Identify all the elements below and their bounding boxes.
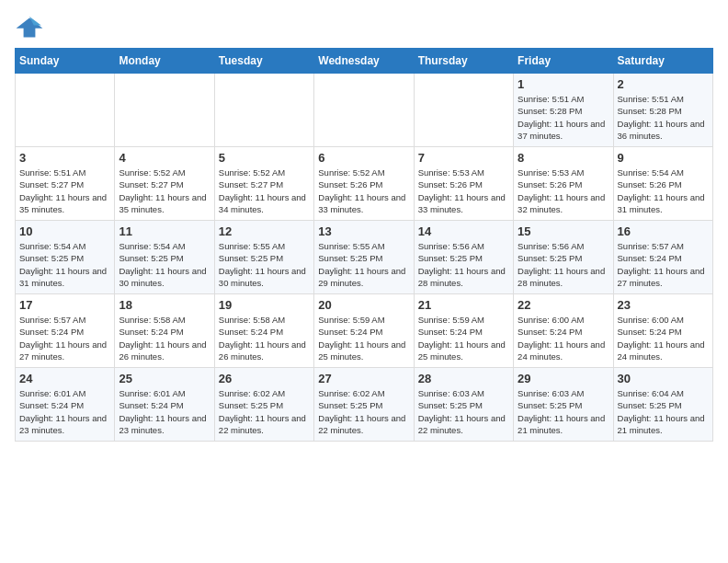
day-number: 11	[119, 224, 210, 238]
day-info: Sunrise: 5:57 AM Sunset: 5:24 PM Dayligh…	[618, 240, 709, 289]
header-monday: Monday	[115, 49, 214, 74]
day-info: Sunrise: 5:58 AM Sunset: 5:24 PM Dayligh…	[219, 314, 310, 362]
day-info: Sunrise: 5:55 AM Sunset: 5:25 PM Dayligh…	[219, 240, 310, 289]
day-number: 1	[518, 77, 609, 91]
day-number: 25	[119, 372, 210, 385]
day-number: 30	[618, 372, 709, 385]
calendar-cell: 13Sunrise: 5:55 AM Sunset: 5:25 PM Dayli…	[314, 221, 414, 294]
calendar-cell: 29Sunrise: 6:03 AM Sunset: 5:25 PM Dayli…	[514, 368, 613, 442]
day-number: 26	[219, 372, 310, 385]
svg-marker-0	[17, 18, 43, 38]
day-number: 24	[19, 372, 110, 385]
day-info: Sunrise: 5:59 AM Sunset: 5:24 PM Dayligh…	[318, 314, 409, 362]
calendar-week-row: 24Sunrise: 6:01 AM Sunset: 5:24 PM Dayli…	[16, 368, 713, 442]
day-number: 9	[618, 151, 709, 165]
day-info: Sunrise: 5:56 AM Sunset: 5:25 PM Dayligh…	[418, 240, 509, 289]
day-info: Sunrise: 5:57 AM Sunset: 5:24 PM Dayligh…	[19, 314, 110, 362]
day-number: 18	[119, 298, 210, 312]
calendar-cell: 7Sunrise: 5:53 AM Sunset: 5:26 PM Daylig…	[414, 147, 513, 221]
day-number: 12	[219, 224, 310, 238]
calendar-cell: 24Sunrise: 6:01 AM Sunset: 5:24 PM Dayli…	[16, 368, 115, 442]
calendar-cell: 27Sunrise: 6:02 AM Sunset: 5:25 PM Dayli…	[314, 368, 414, 442]
calendar-cell: 16Sunrise: 5:57 AM Sunset: 5:24 PM Dayli…	[613, 221, 712, 294]
day-number: 6	[318, 151, 409, 165]
calendar-cell: 21Sunrise: 5:59 AM Sunset: 5:24 PM Dayli…	[414, 294, 513, 368]
calendar-cell: 5Sunrise: 5:52 AM Sunset: 5:27 PM Daylig…	[214, 147, 313, 221]
day-number: 20	[318, 298, 409, 312]
calendar-cell: 28Sunrise: 6:03 AM Sunset: 5:25 PM Dayli…	[414, 368, 513, 442]
calendar-cell: 6Sunrise: 5:52 AM Sunset: 5:26 PM Daylig…	[314, 147, 414, 221]
calendar-cell: 4Sunrise: 5:52 AM Sunset: 5:27 PM Daylig…	[115, 147, 214, 221]
calendar-cell: 30Sunrise: 6:04 AM Sunset: 5:25 PM Dayli…	[613, 368, 712, 442]
calendar-cell	[414, 74, 513, 147]
day-info: Sunrise: 5:59 AM Sunset: 5:24 PM Dayligh…	[418, 314, 509, 362]
day-info: Sunrise: 5:51 AM Sunset: 5:27 PM Dayligh…	[19, 167, 110, 215]
calendar-cell: 8Sunrise: 5:53 AM Sunset: 5:26 PM Daylig…	[514, 147, 613, 221]
day-info: Sunrise: 5:53 AM Sunset: 5:26 PM Dayligh…	[518, 167, 609, 215]
calendar-table: SundayMondayTuesdayWednesdayThursdayFrid…	[15, 48, 713, 442]
calendar-week-row: 3Sunrise: 5:51 AM Sunset: 5:27 PM Daylig…	[16, 147, 713, 221]
day-number: 10	[19, 224, 110, 238]
day-info: Sunrise: 6:04 AM Sunset: 5:25 PM Dayligh…	[618, 387, 709, 436]
day-number: 28	[418, 372, 509, 385]
day-info: Sunrise: 5:54 AM Sunset: 5:25 PM Dayligh…	[19, 240, 110, 289]
day-number: 7	[418, 151, 509, 165]
day-info: Sunrise: 5:58 AM Sunset: 5:24 PM Dayligh…	[119, 314, 210, 362]
day-info: Sunrise: 5:54 AM Sunset: 5:25 PM Dayligh…	[119, 240, 210, 289]
header-saturday: Saturday	[613, 49, 712, 74]
calendar-cell	[214, 74, 313, 147]
calendar-cell: 12Sunrise: 5:55 AM Sunset: 5:25 PM Dayli…	[214, 221, 313, 294]
day-number: 13	[318, 224, 409, 238]
day-info: Sunrise: 5:55 AM Sunset: 5:25 PM Dayligh…	[318, 240, 409, 289]
day-info: Sunrise: 5:52 AM Sunset: 5:27 PM Dayligh…	[119, 167, 210, 215]
day-info: Sunrise: 6:03 AM Sunset: 5:25 PM Dayligh…	[418, 387, 509, 436]
day-info: Sunrise: 5:54 AM Sunset: 5:26 PM Dayligh…	[618, 167, 709, 215]
header-wednesday: Wednesday	[314, 49, 414, 74]
calendar-cell: 11Sunrise: 5:54 AM Sunset: 5:25 PM Dayli…	[115, 221, 214, 294]
calendar-cell: 19Sunrise: 5:58 AM Sunset: 5:24 PM Dayli…	[214, 294, 313, 368]
header-thursday: Thursday	[414, 49, 513, 74]
calendar-cell	[314, 74, 414, 147]
calendar-cell: 15Sunrise: 5:56 AM Sunset: 5:25 PM Dayli…	[514, 221, 613, 294]
day-number: 21	[418, 298, 509, 312]
calendar-header-row: SundayMondayTuesdayWednesdayThursdayFrid…	[16, 49, 713, 74]
calendar-cell: 25Sunrise: 6:01 AM Sunset: 5:24 PM Dayli…	[115, 368, 214, 442]
day-info: Sunrise: 6:00 AM Sunset: 5:24 PM Dayligh…	[618, 314, 709, 362]
calendar-cell	[115, 74, 214, 147]
day-info: Sunrise: 6:01 AM Sunset: 5:24 PM Dayligh…	[19, 387, 110, 436]
day-number: 29	[518, 372, 609, 385]
day-info: Sunrise: 6:03 AM Sunset: 5:25 PM Dayligh…	[518, 387, 609, 436]
day-info: Sunrise: 5:53 AM Sunset: 5:26 PM Dayligh…	[418, 167, 509, 215]
calendar-cell: 22Sunrise: 6:00 AM Sunset: 5:24 PM Dayli…	[514, 294, 613, 368]
day-info: Sunrise: 5:52 AM Sunset: 5:27 PM Dayligh…	[219, 167, 310, 215]
day-info: Sunrise: 5:51 AM Sunset: 5:28 PM Dayligh…	[518, 93, 609, 142]
calendar-cell: 9Sunrise: 5:54 AM Sunset: 5:26 PM Daylig…	[613, 147, 712, 221]
calendar-week-row: 10Sunrise: 5:54 AM Sunset: 5:25 PM Dayli…	[16, 221, 713, 294]
calendar-cell: 20Sunrise: 5:59 AM Sunset: 5:24 PM Dayli…	[314, 294, 414, 368]
day-number: 17	[19, 298, 110, 312]
day-number: 19	[219, 298, 310, 312]
day-number: 8	[518, 151, 609, 165]
day-info: Sunrise: 6:02 AM Sunset: 5:25 PM Dayligh…	[219, 387, 310, 436]
calendar-cell: 14Sunrise: 5:56 AM Sunset: 5:25 PM Dayli…	[414, 221, 513, 294]
calendar-cell: 23Sunrise: 6:00 AM Sunset: 5:24 PM Dayli…	[613, 294, 712, 368]
day-info: Sunrise: 6:01 AM Sunset: 5:24 PM Dayligh…	[119, 387, 210, 436]
day-number: 15	[518, 224, 609, 238]
day-number: 4	[119, 151, 210, 165]
header-tuesday: Tuesday	[214, 49, 313, 74]
calendar-cell: 2Sunrise: 5:51 AM Sunset: 5:28 PM Daylig…	[613, 74, 712, 147]
calendar-cell: 18Sunrise: 5:58 AM Sunset: 5:24 PM Dayli…	[115, 294, 214, 368]
day-number: 27	[318, 372, 409, 385]
header-friday: Friday	[514, 49, 613, 74]
calendar-week-row: 1Sunrise: 5:51 AM Sunset: 5:28 PM Daylig…	[16, 74, 713, 147]
day-info: Sunrise: 5:52 AM Sunset: 5:26 PM Dayligh…	[318, 167, 409, 215]
calendar-cell: 1Sunrise: 5:51 AM Sunset: 5:28 PM Daylig…	[514, 74, 613, 147]
calendar-week-row: 17Sunrise: 5:57 AM Sunset: 5:24 PM Dayli…	[16, 294, 713, 368]
calendar-cell: 10Sunrise: 5:54 AM Sunset: 5:25 PM Dayli…	[16, 221, 115, 294]
calendar-cell: 26Sunrise: 6:02 AM Sunset: 5:25 PM Dayli…	[214, 368, 313, 442]
header-sunday: Sunday	[16, 49, 115, 74]
day-number: 22	[518, 298, 609, 312]
day-info: Sunrise: 6:02 AM Sunset: 5:25 PM Dayligh…	[318, 387, 409, 436]
day-number: 16	[618, 224, 709, 238]
logo-bird-icon	[15, 15, 44, 40]
